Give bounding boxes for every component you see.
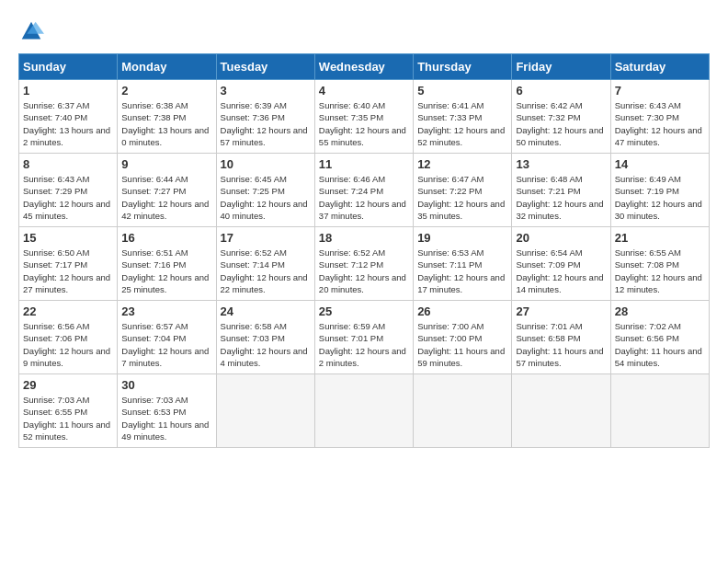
- day-number: 11: [319, 157, 409, 171]
- calendar-cell: 1Sunrise: 6:37 AMSunset: 7:40 PMDaylight…: [19, 80, 118, 154]
- day-number: 18: [319, 231, 409, 245]
- calendar-cell: [512, 374, 610, 448]
- day-number: 5: [417, 84, 507, 98]
- calendar-cell: 12Sunrise: 6:47 AMSunset: 7:22 PMDayligh…: [414, 154, 512, 227]
- col-header-tuesday: Tuesday: [216, 54, 314, 80]
- calendar-cell: 19Sunrise: 6:53 AMSunset: 7:11 PMDayligh…: [414, 227, 512, 301]
- day-info: Sunrise: 6:40 AMSunset: 7:35 PMDaylight:…: [319, 99, 409, 148]
- day-info: Sunrise: 6:52 AMSunset: 7:12 PMDaylight:…: [319, 247, 409, 295]
- day-number: 22: [23, 304, 113, 318]
- calendar-cell: 13Sunrise: 6:48 AMSunset: 7:21 PMDayligh…: [512, 154, 610, 227]
- calendar-cell: 11Sunrise: 6:46 AMSunset: 7:24 PMDayligh…: [314, 154, 413, 227]
- day-number: 30: [121, 378, 211, 392]
- calendar-cell: [216, 374, 314, 448]
- day-number: 13: [516, 157, 606, 171]
- day-info: Sunrise: 6:44 AMSunset: 7:27 PMDaylight:…: [121, 173, 211, 222]
- col-header-monday: Monday: [118, 54, 216, 80]
- calendar-cell: 25Sunrise: 6:59 AMSunset: 7:01 PMDayligh…: [314, 301, 413, 374]
- calendar-cell: 7Sunrise: 6:43 AMSunset: 7:30 PMDaylight…: [610, 80, 709, 154]
- calendar-cell: [414, 374, 512, 448]
- day-info: Sunrise: 6:59 AMSunset: 7:01 PMDaylight:…: [319, 320, 409, 369]
- day-info: Sunrise: 7:00 AMSunset: 7:00 PMDaylight:…: [417, 320, 507, 369]
- calendar-cell: 10Sunrise: 6:45 AMSunset: 7:25 PMDayligh…: [216, 154, 314, 227]
- day-number: 23: [121, 304, 211, 318]
- day-number: 19: [417, 231, 507, 245]
- day-number: 10: [221, 157, 311, 171]
- calendar-cell: 15Sunrise: 6:50 AMSunset: 7:17 PMDayligh…: [19, 227, 118, 301]
- calendar-cell: [610, 374, 709, 448]
- col-header-sunday: Sunday: [19, 54, 118, 80]
- day-number: 3: [221, 84, 311, 98]
- day-number: 29: [23, 378, 113, 392]
- calendar-cell: 24Sunrise: 6:58 AMSunset: 7:03 PMDayligh…: [216, 301, 314, 374]
- calendar-cell: 18Sunrise: 6:52 AMSunset: 7:12 PMDayligh…: [314, 227, 413, 301]
- day-info: Sunrise: 6:57 AMSunset: 7:04 PMDaylight:…: [121, 320, 211, 369]
- calendar-cell: 22Sunrise: 6:56 AMSunset: 7:06 PMDayligh…: [19, 301, 118, 374]
- logo-icon: [18, 18, 44, 44]
- col-header-thursday: Thursday: [414, 54, 512, 80]
- calendar-cell: 3Sunrise: 6:39 AMSunset: 7:36 PMDaylight…: [216, 80, 314, 154]
- calendar-week-2: 8Sunrise: 6:43 AMSunset: 7:29 PMDaylight…: [19, 154, 710, 227]
- calendar-cell: 30Sunrise: 7:03 AMSunset: 6:53 PMDayligh…: [118, 374, 216, 448]
- day-number: 1: [23, 84, 113, 98]
- day-info: Sunrise: 6:43 AMSunset: 7:30 PMDaylight:…: [615, 99, 705, 148]
- day-info: Sunrise: 7:03 AMSunset: 6:53 PMDaylight:…: [121, 394, 211, 442]
- calendar-week-4: 22Sunrise: 6:56 AMSunset: 7:06 PMDayligh…: [19, 301, 710, 374]
- calendar-cell: 9Sunrise: 6:44 AMSunset: 7:27 PMDaylight…: [118, 154, 216, 227]
- day-number: 16: [121, 231, 211, 245]
- calendar-cell: 29Sunrise: 7:03 AMSunset: 6:55 PMDayligh…: [19, 374, 118, 448]
- page-header: [18, 18, 710, 44]
- day-info: Sunrise: 7:03 AMSunset: 6:55 PMDaylight:…: [23, 394, 113, 442]
- day-number: 27: [516, 304, 606, 318]
- calendar-cell: 20Sunrise: 6:54 AMSunset: 7:09 PMDayligh…: [512, 227, 610, 301]
- day-number: 21: [615, 231, 705, 245]
- day-info: Sunrise: 6:53 AMSunset: 7:11 PMDaylight:…: [417, 247, 507, 295]
- day-number: 7: [615, 84, 705, 98]
- calendar-cell: [314, 374, 413, 448]
- calendar-week-1: 1Sunrise: 6:37 AMSunset: 7:40 PMDaylight…: [19, 80, 710, 154]
- calendar-cell: 23Sunrise: 6:57 AMSunset: 7:04 PMDayligh…: [118, 301, 216, 374]
- day-info: Sunrise: 6:42 AMSunset: 7:32 PMDaylight:…: [516, 99, 606, 148]
- day-number: 2: [121, 84, 211, 98]
- day-info: Sunrise: 6:51 AMSunset: 7:16 PMDaylight:…: [121, 247, 211, 295]
- calendar-cell: 6Sunrise: 6:42 AMSunset: 7:32 PMDaylight…: [512, 80, 610, 154]
- day-number: 14: [615, 157, 705, 171]
- day-number: 26: [417, 304, 507, 318]
- calendar-cell: 16Sunrise: 6:51 AMSunset: 7:16 PMDayligh…: [118, 227, 216, 301]
- calendar-cell: 21Sunrise: 6:55 AMSunset: 7:08 PMDayligh…: [610, 227, 709, 301]
- calendar-table: SundayMondayTuesdayWednesdayThursdayFrid…: [18, 53, 710, 448]
- day-number: 20: [516, 231, 606, 245]
- logo: [18, 18, 48, 44]
- col-header-saturday: Saturday: [610, 54, 709, 80]
- day-number: 17: [221, 231, 311, 245]
- day-info: Sunrise: 6:48 AMSunset: 7:21 PMDaylight:…: [516, 173, 606, 222]
- day-number: 6: [516, 84, 606, 98]
- day-info: Sunrise: 6:56 AMSunset: 7:06 PMDaylight:…: [23, 320, 113, 369]
- day-number: 25: [319, 304, 409, 318]
- day-info: Sunrise: 6:38 AMSunset: 7:38 PMDaylight:…: [121, 99, 211, 148]
- day-info: Sunrise: 7:02 AMSunset: 6:56 PMDaylight:…: [615, 320, 705, 369]
- day-info: Sunrise: 6:49 AMSunset: 7:19 PMDaylight:…: [615, 173, 705, 222]
- calendar-cell: 17Sunrise: 6:52 AMSunset: 7:14 PMDayligh…: [216, 227, 314, 301]
- day-info: Sunrise: 6:45 AMSunset: 7:25 PMDaylight:…: [221, 173, 311, 222]
- calendar-week-3: 15Sunrise: 6:50 AMSunset: 7:17 PMDayligh…: [19, 227, 710, 301]
- day-info: Sunrise: 6:47 AMSunset: 7:22 PMDaylight:…: [417, 173, 507, 222]
- day-info: Sunrise: 6:54 AMSunset: 7:09 PMDaylight:…: [516, 247, 606, 295]
- day-number: 24: [221, 304, 311, 318]
- calendar-week-5: 29Sunrise: 7:03 AMSunset: 6:55 PMDayligh…: [19, 374, 710, 448]
- day-info: Sunrise: 7:01 AMSunset: 6:58 PMDaylight:…: [516, 320, 606, 369]
- day-info: Sunrise: 6:52 AMSunset: 7:14 PMDaylight:…: [221, 247, 311, 295]
- day-info: Sunrise: 6:50 AMSunset: 7:17 PMDaylight:…: [23, 247, 113, 295]
- day-number: 8: [23, 157, 113, 171]
- day-info: Sunrise: 6:43 AMSunset: 7:29 PMDaylight:…: [23, 173, 113, 222]
- day-info: Sunrise: 6:55 AMSunset: 7:08 PMDaylight:…: [615, 247, 705, 295]
- day-number: 12: [417, 157, 507, 171]
- calendar-cell: 4Sunrise: 6:40 AMSunset: 7:35 PMDaylight…: [314, 80, 413, 154]
- day-info: Sunrise: 6:37 AMSunset: 7:40 PMDaylight:…: [23, 99, 113, 148]
- day-number: 9: [121, 157, 211, 171]
- day-number: 15: [23, 231, 113, 245]
- calendar-cell: 2Sunrise: 6:38 AMSunset: 7:38 PMDaylight…: [118, 80, 216, 154]
- col-header-friday: Friday: [512, 54, 610, 80]
- calendar-cell: 8Sunrise: 6:43 AMSunset: 7:29 PMDaylight…: [19, 154, 118, 227]
- day-info: Sunrise: 6:39 AMSunset: 7:36 PMDaylight:…: [221, 99, 311, 148]
